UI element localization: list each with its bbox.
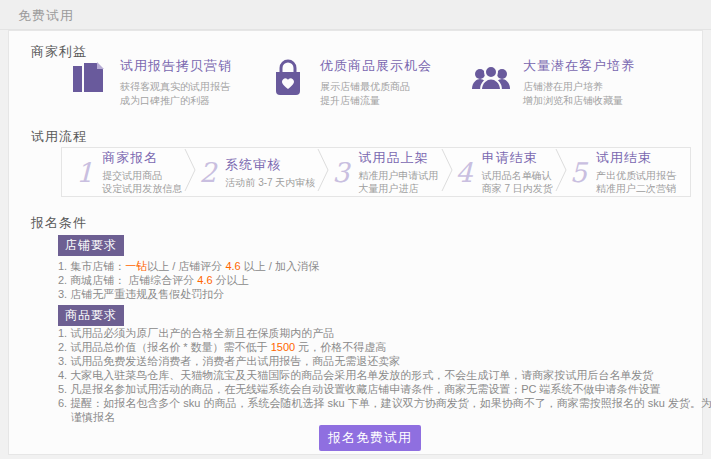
step-number: 5 (570, 159, 587, 186)
shop-rule: 1.集市店铺：一钻以上 / 店铺评分 4.6 以上 / 加入消保 (58, 260, 698, 273)
shop-rule: 3.店铺无严重违规及售假处罚扣分 (58, 288, 698, 301)
page-title: 免费试用 (18, 7, 74, 25)
step-desc: 商家 7 日内发货 (482, 182, 553, 195)
benefit-item: 优质商品展示机会 展示店铺最优质商品 提升店铺流量 (266, 57, 432, 108)
report-copy-icon (66, 57, 110, 101)
process-step: 4 申请结束 试用品名单确认 商家 7 日内发货 (456, 149, 553, 195)
step-desc: 设定试用发放信息 (102, 182, 182, 195)
step-desc: 提交试用商品 (102, 169, 182, 182)
step-title: 申请结束 (482, 149, 553, 167)
product-rule: 1.试用品必须为原厂出产的合格全新且在保质期内的产品 (58, 327, 698, 340)
process-steps-bar: 1 商家报名 提交试用商品 设定试用发放信息 2 系统审核 活动前 3-7 天内… (61, 147, 691, 197)
benefit-item: 大量潜在客户培养 店铺潜在用户培养 增加浏览和店铺收藏量 (469, 57, 635, 108)
step-title: 系统审核 (225, 156, 315, 174)
benefit-title: 大量潜在客户培养 (523, 57, 635, 75)
benefit-desc: 增加浏览和店铺收藏量 (523, 94, 635, 108)
process-step: 5 试用结束 产出优质试用报告 精准用户二次营销 (570, 149, 676, 195)
process-heading: 试用流程 (31, 128, 87, 146)
page-header: 免费试用 (0, 0, 711, 30)
signup-free-trial-button[interactable]: 报名免费试用 (319, 425, 421, 451)
customer-group-icon (469, 57, 513, 101)
step-number: 3 (332, 159, 349, 186)
step-desc: 试用品名单确认 (482, 169, 553, 182)
product-rule: 4.大家电入驻菜鸟仓库、天猫物流宝及天猫国际的商品会采用名单发放的形式，不会生成… (58, 369, 698, 382)
benefit-desc: 获得客观真实的试用报告 (120, 80, 232, 94)
step-title: 商家报名 (102, 149, 182, 167)
highlight-value: 4.6 (197, 274, 212, 286)
step-title: 试用结束 (596, 149, 676, 167)
highlight-value: 1500 (271, 341, 295, 353)
benefit-title: 试用报告拷贝营销 (120, 57, 232, 75)
content-panel: 商家利益 试用报告拷贝营销 获得客观真实的试用报告 成为口碑推广的利器 优质商品… (8, 30, 703, 455)
heart-bag-icon (266, 57, 310, 101)
benefit-desc: 店铺潜在用户培养 (523, 80, 635, 94)
step-desc: 大量用户进店 (359, 182, 439, 195)
product-rule-continuation: 谨慎报名 (58, 411, 698, 424)
highlight-value: 一钻 (125, 260, 147, 272)
product-rule: 3.试用品免费发送给消费者，消费者产出试用报告，商品无需退还卖家 (58, 355, 698, 368)
step-desc: 精准用户申请试用 (359, 169, 439, 182)
step-desc: 活动前 3-7 天内审核 (225, 176, 315, 189)
step-desc: 精准用户二次营销 (596, 182, 676, 195)
shop-requirements-badge: 店铺要求 (58, 235, 124, 256)
process-step: 3 试用品上架 精准用户申请试用 大量用户进店 (332, 149, 438, 195)
step-number: 2 (199, 159, 216, 186)
chevron-separator-icon (441, 148, 454, 196)
process-step: 1 商家报名 提交试用商品 设定试用发放信息 (76, 149, 182, 195)
step-title: 试用品上架 (359, 149, 439, 167)
shop-rules-list: 1.集市店铺：一钻以上 / 店铺评分 4.6 以上 / 加入消保 2.商城店铺：… (58, 260, 698, 302)
product-rule: 6.提醒：如报名包含多个 sku 的商品，系统会随机选择 sku 下单，建议双方… (58, 397, 698, 410)
product-rule: 5.凡是报名参加试用活动的商品，在无线端系统会自动设置收藏店铺申请条件，商家无需… (58, 383, 698, 396)
shop-rule: 2.商城店铺： 店铺综合评分 4.6 分以上 (58, 274, 698, 287)
benefit-item: 试用报告拷贝营销 获得客观真实的试用报告 成为口碑推广的利器 (66, 57, 232, 108)
product-rules-list: 1.试用品必须为原厂出产的合格全新且在保质期内的产品 2.试用品总价值（报名价 … (58, 327, 698, 424)
product-requirements-badge: 商品要求 (58, 305, 124, 326)
chevron-separator-icon (555, 148, 568, 196)
product-rule: 2.试用品总价值（报名价 * 数量）需不低于 1500 元，价格不得虚高 (58, 341, 698, 354)
benefit-desc: 提升店铺流量 (320, 94, 432, 108)
chevron-separator-icon (317, 148, 330, 196)
step-number: 4 (456, 159, 473, 186)
benefit-desc: 展示店铺最优质商品 (320, 80, 432, 94)
step-number: 1 (76, 159, 93, 186)
benefit-desc: 成为口碑推广的利器 (120, 94, 232, 108)
conditions-heading: 报名条件 (31, 214, 87, 232)
benefit-title: 优质商品展示机会 (320, 57, 432, 75)
chevron-separator-icon (184, 148, 197, 196)
highlight-value: 4.6 (225, 260, 240, 272)
process-step: 2 系统审核 活动前 3-7 天内审核 (199, 156, 315, 189)
step-desc: 产出优质试用报告 (596, 169, 676, 182)
